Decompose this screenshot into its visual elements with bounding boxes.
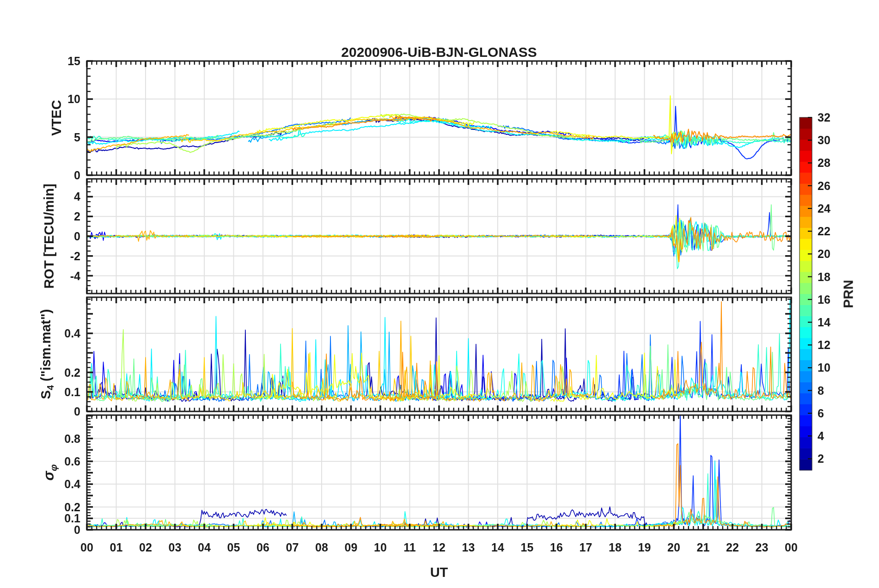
y-tick-label-s4: 0.2 [64, 366, 80, 379]
y-tick-label-vtec: 15 [67, 55, 80, 68]
figure: 20200906-UiB-BJN-GLONASS VTEC ROT [TECU/… [0, 0, 879, 588]
s4-label-sub: 4 [45, 385, 55, 390]
colorbar-tick-label: 20 [818, 247, 830, 261]
x-tick-label: 14 [491, 541, 504, 554]
x-axis-label: UT [430, 565, 448, 580]
x-tick-label: 22 [726, 541, 739, 554]
x-tick-label: 07 [286, 541, 299, 554]
y-tick-label-s4: 0.4 [64, 327, 80, 340]
x-tick-label: 09 [345, 541, 358, 554]
colorbar-tick-label: 18 [818, 270, 830, 283]
x-tick-label: 20 [667, 541, 680, 554]
y-tick-label-rot: 2 [74, 210, 80, 223]
x-tick-label: 03 [169, 541, 182, 554]
colorbar-tick-label: 12 [818, 338, 830, 352]
y-tick-label-sigma_phi: 0.6 [64, 454, 80, 468]
y-tick-label-rot: -2 [70, 249, 80, 263]
y-tick-label-sigma_phi: 0.2 [64, 500, 80, 514]
x-tick-label: 05 [227, 541, 240, 554]
chart-title: 20200906-UiB-BJN-GLONASS [341, 44, 537, 60]
y-axis-label-s4: S4 ("ism.mat") [38, 309, 56, 399]
y-tick-label-vtec: 0 [74, 169, 80, 182]
x-tick-label: 10 [374, 541, 387, 554]
y-axis-label-sigma-phi: σφ [41, 464, 59, 480]
y-axis-label-vtec: VTEC [49, 100, 64, 135]
sigma-label-main: σ [41, 471, 57, 481]
y-tick-label-sigma_phi: 0.4 [64, 478, 80, 491]
y-axis-label-rot: ROT [TECU/min] [42, 184, 57, 288]
colorbar-tick-label: 24 [818, 202, 830, 215]
colorbar-tick-label: 32 [818, 111, 830, 124]
colorbar-tick-label: 14 [818, 316, 830, 329]
x-tick-label: 02 [139, 541, 152, 554]
x-tick-label: 21 [697, 541, 710, 554]
y-tick-label-s4: 0 [74, 405, 80, 418]
x-tick-label: 06 [256, 541, 269, 554]
x-tick-label: 16 [550, 541, 563, 554]
colorbar-tick-label: 28 [818, 156, 830, 170]
y-tick-label-sigma_phi: 0 [74, 523, 80, 537]
y-tick-label-rot: 0 [74, 230, 80, 243]
y-tick-label-s4: 0.1 [64, 385, 80, 398]
x-tick-label: 17 [580, 541, 592, 554]
y-tick-label-rot: -4 [70, 269, 80, 282]
y-tick-label-vtec: 5 [74, 130, 80, 144]
x-tick-label: 04 [198, 541, 211, 554]
x-tick-label: 15 [521, 541, 534, 554]
chart-canvas [0, 0, 879, 588]
x-tick-label: 18 [609, 541, 622, 554]
x-tick-label: 00 [785, 541, 798, 554]
colorbar-tick-label: 8 [818, 384, 824, 397]
colorbar-tick-label: 4 [818, 429, 824, 443]
y-tick-label-sigma_phi: 0.1 [64, 512, 80, 525]
colorbar-tick-label: 16 [818, 293, 830, 306]
colorbar-tick-label: 30 [818, 134, 830, 147]
x-tick-label: 00 [80, 541, 93, 554]
colorbar-tick-label: 6 [818, 406, 824, 420]
y-tick-label-sigma_phi: 0.8 [64, 432, 80, 445]
x-tick-label: 13 [462, 541, 475, 554]
x-tick-label: 23 [756, 541, 769, 554]
s4-label-rest: ("ism.mat") [38, 309, 53, 385]
x-tick-label: 08 [315, 541, 328, 554]
colorbar-label: PRN [841, 280, 856, 308]
y-tick-label-rot: 4 [74, 190, 80, 203]
x-tick-label: 19 [638, 541, 651, 554]
x-tick-label: 12 [433, 541, 446, 554]
sigma-label-sub: φ [48, 464, 59, 471]
y-tick-label-vtec: 10 [67, 92, 80, 106]
colorbar-tick-label: 10 [818, 361, 830, 374]
s4-label-main: S [38, 390, 53, 399]
colorbar-tick-label: 2 [818, 452, 824, 466]
colorbar-tick-label: 22 [818, 225, 830, 238]
x-tick-label: 01 [110, 541, 123, 554]
colorbar-tick-label: 26 [818, 179, 830, 192]
x-tick-label: 11 [403, 541, 415, 554]
